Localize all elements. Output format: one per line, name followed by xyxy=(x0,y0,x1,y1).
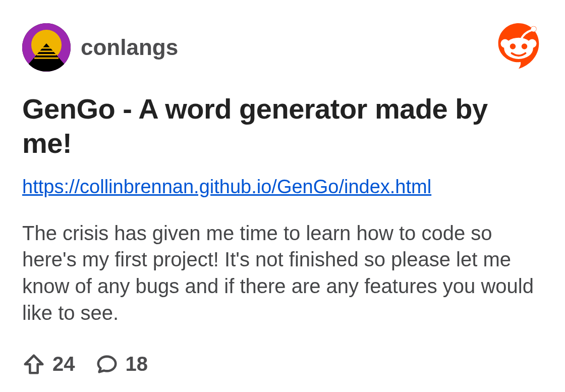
post-header: conlangs xyxy=(22,23,543,72)
svg-point-8 xyxy=(500,39,509,48)
svg-rect-3 xyxy=(37,54,56,55)
reddit-logo-icon[interactable] xyxy=(494,22,543,71)
svg-point-9 xyxy=(528,39,536,48)
upvote-control[interactable]: 24 xyxy=(22,353,75,376)
svg-rect-4 xyxy=(34,58,59,59)
svg-point-6 xyxy=(531,26,536,32)
comment-icon xyxy=(95,353,119,376)
svg-point-11 xyxy=(522,43,528,49)
post-title: GenGo - A word generator made by me! xyxy=(22,92,543,161)
svg-point-10 xyxy=(510,43,516,49)
subreddit-name[interactable]: conlangs xyxy=(81,35,178,60)
subreddit-avatar[interactable] xyxy=(22,23,71,72)
comment-count: 18 xyxy=(126,353,148,375)
svg-rect-2 xyxy=(39,51,54,52)
post-card: conlangs GenGo - A word generator made b… xyxy=(0,0,565,392)
comment-control[interactable]: 18 xyxy=(95,353,148,376)
post-body: The crisis has given me time to learn ho… xyxy=(22,220,542,326)
post-footer: 24 18 xyxy=(22,353,543,376)
svg-rect-1 xyxy=(41,47,51,49)
upvote-icon xyxy=(22,353,45,376)
upvote-count: 24 xyxy=(52,353,75,375)
post-link[interactable]: https://collinbrennan.github.io/GenGo/in… xyxy=(22,176,431,198)
